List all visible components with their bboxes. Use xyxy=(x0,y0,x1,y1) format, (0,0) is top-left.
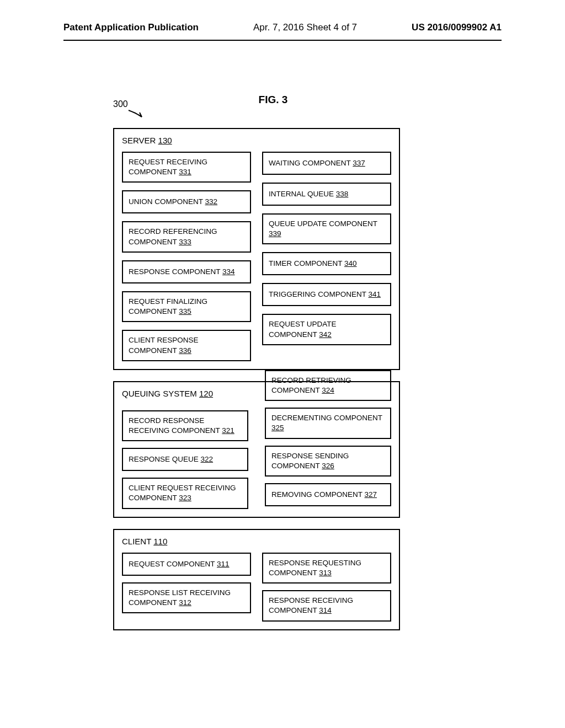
component-num: 321 xyxy=(222,426,234,435)
queuing-left-col: QUEUING SYSTEM 120 RECORD RESPONSE RECEI… xyxy=(122,389,248,509)
component-num: 312 xyxy=(179,598,191,607)
sheet-info: Apr. 7, 2016 Sheet 4 of 7 xyxy=(253,22,357,33)
component-num: 336 xyxy=(179,346,191,355)
timer-component: TIMER COMPONENT 340 xyxy=(262,252,391,275)
client-request-receiving-component: CLIENT REQUEST RECEIVING COMPONENT 323 xyxy=(122,478,248,508)
component-num: 339 xyxy=(269,229,281,238)
queue-update-component: QUEUE UPDATE COMPONENT 339 xyxy=(262,213,391,244)
response-list-receiving-component: RESPONSE LIST RECEIVING COMPONENT 312 xyxy=(122,582,251,613)
queuing-right-col: RECORD RETRIEVING COMPONENT 324 DECREMEN… xyxy=(265,370,391,506)
request-finalizing-component: REQUEST FINALIZING COMPONENT 335 xyxy=(122,291,251,322)
server-block: SERVER 130 REQUEST RECEIVING COMPONENT 3… xyxy=(113,128,400,370)
component-label: INTERNAL QUEUE xyxy=(269,190,336,198)
component-num: 313 xyxy=(319,569,332,577)
header-divider xyxy=(63,40,502,41)
component-num: 340 xyxy=(344,259,357,267)
component-num: 324 xyxy=(322,386,334,394)
queuing-system-block: QUEUING SYSTEM 120 RECORD RESPONSE RECEI… xyxy=(113,381,400,518)
response-sending-component: RESPONSE SENDING COMPONENT 326 xyxy=(265,446,391,477)
component-num: 332 xyxy=(205,197,218,206)
component-label: WAITING COMPONENT xyxy=(269,159,353,167)
client-title-num: 110 xyxy=(153,537,167,546)
client-block: CLIENT 110 REQUEST COMPONENT 311 RESPONS… xyxy=(113,529,400,630)
client-title: CLIENT 110 xyxy=(122,537,391,546)
client-title-text: CLIENT xyxy=(122,537,153,546)
request-component: REQUEST COMPONENT 311 xyxy=(122,553,251,576)
component-num: 334 xyxy=(222,267,235,276)
response-component: RESPONSE COMPONENT 334 xyxy=(122,260,251,283)
component-num: 325 xyxy=(271,424,284,432)
component-num: 337 xyxy=(353,159,365,167)
client-response-component: CLIENT RESPONSE COMPONENT 336 xyxy=(122,330,251,361)
component-num: 342 xyxy=(319,330,332,339)
publication-type: Patent Application Publication xyxy=(63,22,199,33)
component-label: DECREMENTING COMPONENT xyxy=(271,414,382,422)
component-num: 326 xyxy=(322,462,334,470)
component-num: 333 xyxy=(179,238,191,246)
queuing-title-text: QUEUING SYSTEM xyxy=(122,389,199,398)
queuing-title-num: 120 xyxy=(199,389,213,398)
component-label: RESPONSE SENDING COMPONENT xyxy=(271,452,349,470)
component-num: 323 xyxy=(179,494,191,502)
component-label: RECORD REFERENCING COMPONENT xyxy=(129,227,217,245)
server-left-col: REQUEST RECEIVING COMPONENT 331 UNION CO… xyxy=(122,152,251,361)
component-num: 322 xyxy=(201,455,214,463)
component-label: REQUEST COMPONENT xyxy=(129,560,217,568)
server-title-num: 130 xyxy=(158,136,172,145)
component-num: 341 xyxy=(369,290,381,298)
figure-3: FIG. 3 300 SERVER 130 REQUEST RECEIVING … xyxy=(113,94,400,630)
component-label: QUEUE UPDATE COMPONENT xyxy=(269,220,377,228)
decrementing-component: DECREMENTING COMPONENT 325 xyxy=(265,408,391,438)
request-receiving-component: REQUEST RECEIVING COMPONENT 331 xyxy=(122,152,251,183)
request-update-component: REQUEST UPDATE COMPONENT 342 xyxy=(262,314,391,345)
component-num: 314 xyxy=(319,606,332,614)
reference-arrow-icon xyxy=(127,109,146,119)
client-right-col: RESPONSE REQUESTING COMPONENT 313 RESPON… xyxy=(262,553,391,622)
component-label: RECORD RESPONSE RECEIVING COMPONENT xyxy=(129,416,222,435)
client-left-col: REQUEST COMPONENT 311 RESPONSE LIST RECE… xyxy=(122,553,251,622)
component-num: 331 xyxy=(179,168,191,176)
queuing-title: QUEUING SYSTEM 120 xyxy=(122,389,248,398)
internal-queue: INTERNAL QUEUE 338 xyxy=(262,183,391,206)
component-num: 327 xyxy=(365,490,377,499)
component-label: TRIGGERING COMPONENT xyxy=(269,290,369,298)
component-label: TIMER COMPONENT xyxy=(269,259,344,267)
server-title: SERVER 130 xyxy=(122,136,391,145)
response-queue: RESPONSE QUEUE 322 xyxy=(122,448,248,471)
record-referencing-component: RECORD REFERENCING COMPONENT 333 xyxy=(122,221,251,252)
component-label: RESPONSE REQUESTING COMPONENT xyxy=(269,559,361,577)
removing-component: REMOVING COMPONENT 327 xyxy=(265,483,391,506)
union-component: UNION COMPONENT 332 xyxy=(122,190,251,213)
component-label: REQUEST FINALIZING COMPONENT xyxy=(129,297,207,315)
component-label: RESPONSE RECEIVING COMPONENT xyxy=(269,596,353,614)
triggering-component: TRIGGERING COMPONENT 341 xyxy=(262,283,391,306)
response-requesting-component: RESPONSE REQUESTING COMPONENT 313 xyxy=(262,553,391,584)
component-label: REMOVING COMPONENT xyxy=(271,490,365,499)
component-num: 338 xyxy=(336,190,349,198)
figure-reference-number: 300 xyxy=(113,99,128,109)
component-label: UNION COMPONENT xyxy=(129,197,205,206)
figure-title: FIG. 3 xyxy=(146,94,400,106)
response-receiving-component: RESPONSE RECEIVING COMPONENT 314 xyxy=(262,590,391,621)
component-label: RECORD RETRIEVING COMPONENT xyxy=(271,376,351,394)
component-label: RESPONSE QUEUE xyxy=(129,455,201,463)
record-retrieving-component: RECORD RETRIEVING COMPONENT 324 xyxy=(265,370,391,401)
component-num: 311 xyxy=(217,560,230,568)
waiting-component: WAITING COMPONENT 337 xyxy=(262,152,391,175)
server-title-text: SERVER xyxy=(122,136,158,145)
record-response-receiving-component: RECORD RESPONSE RECEIVING COMPONENT 321 xyxy=(122,410,248,441)
page-header: Patent Application Publication Apr. 7, 2… xyxy=(63,22,502,33)
document-number: US 2016/0099902 A1 xyxy=(412,22,502,33)
component-label: REQUEST RECEIVING COMPONENT xyxy=(129,158,207,176)
component-label: RESPONSE COMPONENT xyxy=(129,267,222,276)
server-right-col: WAITING COMPONENT 337 INTERNAL QUEUE 338… xyxy=(262,152,391,361)
component-num: 335 xyxy=(179,307,191,315)
